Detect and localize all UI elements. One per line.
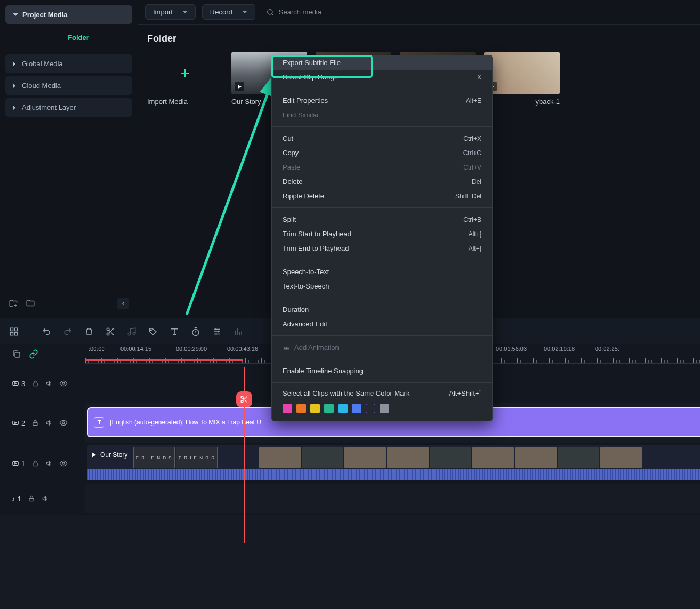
music-icon[interactable] <box>126 326 137 337</box>
context-menu: Export Subtitle File Select Clip RangeX … <box>271 55 493 421</box>
svg-rect-11 <box>15 352 20 357</box>
project-media-header[interactable]: Project Media <box>5 5 132 24</box>
sidebar-item-adjustment-layer[interactable]: Adjustment Layer <box>5 98 132 117</box>
svg-rect-3 <box>10 332 13 335</box>
menu-select-by-color[interactable]: Select all Clips with the Same Color Mar… <box>272 387 492 399</box>
svg-point-14 <box>62 382 65 384</box>
record-dropdown[interactable]: Record <box>202 4 255 20</box>
svg-point-9 <box>150 330 151 331</box>
menu-duration[interactable]: Duration <box>272 302 492 317</box>
menu-ripple-delete[interactable]: Ripple DeleteShift+Del <box>272 189 492 203</box>
stopwatch-icon[interactable] <box>190 326 201 337</box>
menu-enable-snapping[interactable]: Enable Timeline Snapping <box>272 364 492 378</box>
eye-icon[interactable] <box>59 419 68 427</box>
svg-point-17 <box>62 422 65 424</box>
playhead-cut-handle[interactable] <box>236 391 252 407</box>
track-label[interactable]: 2 <box>12 419 25 427</box>
scissors-icon[interactable] <box>105 326 116 337</box>
apps-icon[interactable] <box>9 326 19 337</box>
waveform <box>87 469 700 480</box>
redo-icon[interactable] <box>62 326 73 337</box>
plus-icon: + <box>180 64 190 82</box>
search-media[interactable] <box>262 6 693 19</box>
color-swatch[interactable] <box>338 404 348 413</box>
svg-rect-16 <box>33 422 37 425</box>
color-swatches <box>272 399 492 415</box>
lock-icon[interactable] <box>31 380 39 387</box>
video-clip[interactable]: Our Story F·R·I·E·N·D·S F·R·I·E·N·D·S <box>87 445 700 480</box>
folder-label[interactable]: Folder <box>5 24 132 51</box>
chevron-down-icon <box>13 13 18 16</box>
undo-icon[interactable] <box>41 326 52 337</box>
color-swatch[interactable] <box>283 404 292 413</box>
track-video-1: 1 Our Story F·R·I·E·N·D·S F·R·I·E·N·D·S <box>0 443 700 484</box>
speaker-icon[interactable] <box>45 460 53 467</box>
svg-point-22 <box>241 396 243 398</box>
link-icon[interactable] <box>29 349 38 359</box>
lock-icon[interactable] <box>31 460 39 467</box>
search-icon <box>266 8 275 17</box>
track-audio-1: ♪ 1 <box>0 484 700 513</box>
folder-icon[interactable] <box>26 299 35 308</box>
color-swatch[interactable] <box>380 404 389 413</box>
media-top-bar: Import Record <box>138 0 700 25</box>
media-item-yback-1[interactable]: ▶ yback-1 <box>484 52 560 106</box>
left-sidebar: Project Media Folder Global Media Cloud … <box>0 0 138 318</box>
annotation-highlight <box>271 55 373 78</box>
sliders-icon[interactable] <box>212 326 222 337</box>
svg-rect-2 <box>15 328 18 331</box>
color-swatch[interactable] <box>296 404 306 413</box>
track-label[interactable]: 1 <box>12 460 25 468</box>
duplicate-icon[interactable] <box>12 349 21 359</box>
search-input[interactable] <box>279 8 385 16</box>
sidebar-item-global-media[interactable]: Global Media <box>5 54 132 73</box>
sidebar-item-cloud-media[interactable]: Cloud Media <box>5 76 132 95</box>
eye-icon[interactable] <box>59 379 68 388</box>
project-media-label: Project Media <box>22 11 68 19</box>
equalizer-icon[interactable] <box>233 326 244 337</box>
svg-point-20 <box>62 462 65 464</box>
speaker-icon[interactable] <box>42 495 49 502</box>
chevron-right-icon <box>13 83 15 89</box>
speaker-icon[interactable] <box>45 380 53 387</box>
svg-rect-4 <box>15 332 18 335</box>
lock-icon[interactable] <box>28 495 35 502</box>
color-swatch[interactable] <box>324 404 334 413</box>
text-icon[interactable] <box>169 326 180 337</box>
color-swatch[interactable] <box>352 404 361 413</box>
track-label[interactable]: 3 <box>12 380 25 388</box>
selection-range <box>85 359 243 361</box>
menu-trim-start[interactable]: Trim Start to PlayheadAlt+[ <box>272 227 492 241</box>
lock-icon[interactable] <box>31 419 39 427</box>
speaker-icon[interactable] <box>45 419 53 427</box>
new-folder-icon[interactable] <box>9 299 18 308</box>
menu-cut[interactable]: CutCtrl+X <box>272 131 492 146</box>
chevron-right-icon <box>13 105 15 110</box>
play-icon: ▶ <box>235 82 244 91</box>
import-media-tile[interactable]: + Import Media <box>147 52 223 106</box>
track-label[interactable]: ♪ 1 <box>12 495 21 503</box>
menu-text-to-speech[interactable]: Text-to-Speech <box>272 279 492 293</box>
eye-icon[interactable] <box>59 459 68 468</box>
menu-delete[interactable]: DeleteDel <box>272 174 492 189</box>
menu-advanced-edit[interactable]: Advanced Edit <box>272 317 492 331</box>
svg-rect-1 <box>10 328 13 331</box>
chevron-down-icon <box>242 11 247 13</box>
svg-point-0 <box>267 9 272 14</box>
color-swatch[interactable] <box>366 404 375 413</box>
color-swatch[interactable] <box>310 404 320 413</box>
chevron-right-icon <box>13 61 15 67</box>
menu-split[interactable]: SplitCtrl+B <box>272 212 492 227</box>
menu-trim-end[interactable]: Trim End to PlayheadAlt+] <box>272 241 492 255</box>
menu-speech-to-text[interactable]: Speech-to-Text <box>272 265 492 279</box>
import-dropdown[interactable]: Import <box>145 4 196 20</box>
collapse-sidebar-button[interactable] <box>117 298 129 309</box>
menu-paste: PasteCtrl+V <box>272 160 492 174</box>
clip-thumb: F·R·I·E·N·D·S <box>176 447 218 468</box>
svg-rect-21 <box>29 498 34 501</box>
trash-icon[interactable] <box>84 326 94 337</box>
menu-edit-properties[interactable]: Edit PropertiesAlt+E <box>272 93 492 108</box>
menu-copy[interactable]: CopyCtrl+C <box>272 146 492 160</box>
tag-icon[interactable] <box>148 326 158 337</box>
svg-point-6 <box>107 333 109 335</box>
